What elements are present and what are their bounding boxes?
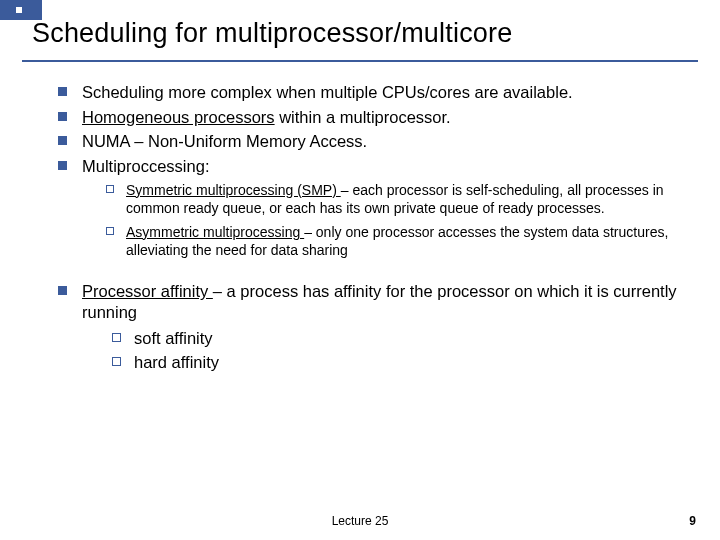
bullet-level1: Multiproccessing:	[58, 156, 690, 177]
sub-bullet-group: soft affinity hard affinity	[112, 327, 690, 374]
bullet-level2: Symmetric multiprocessing (SMP) – each p…	[106, 181, 690, 217]
bullet-text: NUMA – Non-Uniform Memory Access.	[82, 132, 367, 150]
bullet-text: Multiproccessing:	[82, 157, 209, 175]
bullet-text-underline: Symmetric multiprocessing (SMP)	[126, 182, 341, 198]
bullet-level1: Homogeneous processors within a multipro…	[58, 107, 690, 128]
bullet-text: hard affinity	[134, 353, 219, 371]
square-bullet-icon	[58, 87, 67, 96]
page-number: 9	[689, 514, 696, 528]
title-rule	[22, 60, 698, 62]
hollow-square-bullet-icon	[112, 333, 121, 342]
bullet-level1: Scheduling more complex when multiple CP…	[58, 82, 690, 103]
footer-text: Lecture 25	[0, 514, 720, 528]
bullet-level2: soft affinity	[112, 327, 690, 349]
bullet-level2: Asymmetric multiprocessing – only one pr…	[106, 223, 690, 259]
bullet-level1: Processor affinity – a process has affin…	[58, 281, 690, 373]
sub-bullet-group: Symmetric multiprocessing (SMP) – each p…	[106, 181, 690, 260]
bullet-level1: NUMA – Non-Uniform Memory Access.	[58, 131, 690, 152]
bullet-text-underline: Homogeneous processors	[82, 108, 275, 126]
hollow-square-bullet-icon	[106, 227, 114, 235]
slide-body: Scheduling more complex when multiple CP…	[58, 82, 690, 377]
bullet-level2: hard affinity	[112, 351, 690, 373]
bullet-text: within a multiprocessor.	[275, 108, 451, 126]
hollow-square-bullet-icon	[106, 185, 114, 193]
bullet-text: Scheduling more complex when multiple CP…	[82, 83, 573, 101]
square-bullet-icon	[58, 161, 67, 170]
square-bullet-icon	[58, 286, 67, 295]
corner-decoration	[0, 0, 42, 20]
slide-title: Scheduling for multiprocessor/multicore	[32, 18, 513, 49]
square-bullet-icon	[58, 136, 67, 145]
bullet-text-underline: Processor affinity	[82, 282, 213, 300]
hollow-square-bullet-icon	[112, 357, 121, 366]
bullet-text-underline: Asymmetric multiprocessing	[126, 224, 304, 240]
bullet-text: soft affinity	[134, 329, 213, 347]
square-bullet-icon	[58, 112, 67, 121]
